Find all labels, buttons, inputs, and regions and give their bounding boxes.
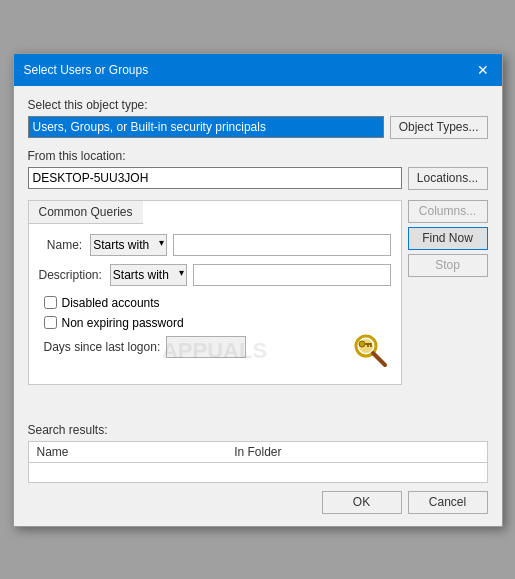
title-bar: Select Users or Groups ✕ bbox=[14, 54, 502, 86]
location-label: From this location: bbox=[28, 149, 488, 163]
svg-rect-5 bbox=[370, 345, 372, 347]
svg-point-3 bbox=[359, 341, 365, 347]
disabled-accounts-label: Disabled accounts bbox=[62, 296, 160, 310]
days-row: Days since last logon: bbox=[44, 336, 391, 358]
dialog-footer: Search results: Name In Folder OK Cancel bbox=[14, 417, 502, 526]
locations-button[interactable]: Locations... bbox=[408, 167, 488, 190]
name-dropdown-wrapper: Starts with Is exactly bbox=[90, 234, 167, 256]
common-queries-panel: Common Queries Name: Starts with Is exac… bbox=[28, 200, 402, 395]
disabled-accounts-checkbox[interactable] bbox=[44, 296, 57, 309]
days-input[interactable] bbox=[166, 336, 246, 358]
location-input[interactable] bbox=[28, 167, 402, 189]
days-label: Days since last logon: bbox=[44, 340, 161, 354]
side-buttons: Columns... Find Now Stop bbox=[408, 200, 488, 395]
name-dropdown[interactable]: Starts with Is exactly bbox=[90, 234, 167, 256]
panel-box: Common Queries Name: Starts with Is exac… bbox=[28, 200, 402, 385]
desc-dropdown[interactable]: Starts with Is exactly bbox=[110, 264, 187, 286]
disabled-accounts-row: Disabled accounts bbox=[44, 296, 391, 310]
cancel-button[interactable]: Cancel bbox=[408, 491, 488, 514]
dialog-title: Select Users or Groups bbox=[24, 63, 149, 77]
object-type-input[interactable] bbox=[28, 116, 384, 138]
search-key-icon bbox=[351, 331, 391, 371]
search-results-label: Search results: bbox=[28, 423, 488, 437]
non-expiring-label: Non expiring password bbox=[62, 316, 184, 330]
non-expiring-checkbox[interactable] bbox=[44, 316, 57, 329]
svg-rect-4 bbox=[365, 343, 372, 345]
columns-button[interactable]: Columns... bbox=[408, 200, 488, 223]
desc-form-label: Description: bbox=[39, 268, 110, 282]
panel-section: Common Queries Name: Starts with Is exac… bbox=[28, 200, 488, 395]
find-now-button[interactable]: Find Now bbox=[408, 227, 488, 250]
select-users-groups-dialog: Select Users or Groups ✕ Select this obj… bbox=[13, 53, 503, 527]
common-queries-tab[interactable]: Common Queries bbox=[29, 201, 143, 224]
object-type-row: Object Types... bbox=[28, 116, 488, 139]
col-name-header: Name bbox=[28, 441, 226, 462]
svg-rect-6 bbox=[367, 345, 369, 347]
search-icon-area bbox=[351, 331, 391, 374]
results-table: Name In Folder bbox=[28, 441, 488, 483]
name-text-input[interactable] bbox=[173, 234, 390, 256]
name-row: Name: Starts with Is exactly bbox=[39, 234, 391, 256]
desc-text-input[interactable] bbox=[193, 264, 391, 286]
svg-line-2 bbox=[373, 353, 385, 365]
non-expiring-row: Non expiring password bbox=[44, 316, 391, 330]
location-row: Locations... bbox=[28, 167, 488, 190]
desc-dropdown-wrapper: Starts with Is exactly bbox=[110, 264, 187, 286]
col-folder-header: In Folder bbox=[226, 441, 487, 462]
object-types-button[interactable]: Object Types... bbox=[390, 116, 488, 139]
panel-content: Name: Starts with Is exactly De bbox=[29, 224, 401, 384]
empty-results-row bbox=[28, 462, 487, 482]
object-type-label: Select this object type: bbox=[28, 98, 488, 112]
close-button[interactable]: ✕ bbox=[474, 61, 492, 79]
stop-button[interactable]: Stop bbox=[408, 254, 488, 277]
description-row: Description: Starts with Is exactly bbox=[39, 264, 391, 286]
name-form-label: Name: bbox=[39, 238, 91, 252]
ok-cancel-row: OK Cancel bbox=[28, 491, 488, 514]
dialog-body: Select this object type: Object Types...… bbox=[14, 86, 502, 417]
ok-button[interactable]: OK bbox=[322, 491, 402, 514]
